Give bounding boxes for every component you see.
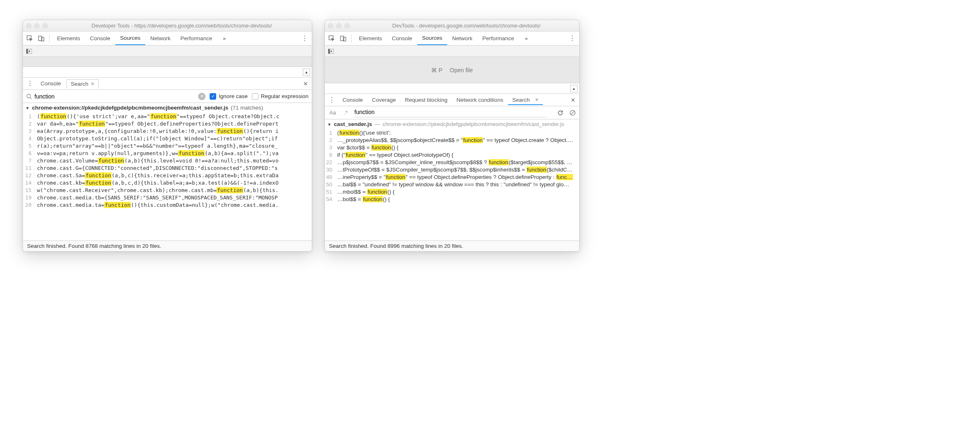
devtools-window-right: DevTools - developers.google.com/web/too… <box>324 20 580 252</box>
tabs-overflow[interactable]: » <box>218 32 231 45</box>
collapse-icon[interactable]: ▲ <box>570 85 578 92</box>
line-text: chrome.cast.kb=function(a,b,c,d){this.la… <box>34 180 279 186</box>
result-line[interactable]: 2…_prototypeAlias$$, $$jscomp$objectCrea… <box>325 136 579 144</box>
status-bar: Search finished. Found 8996 matching lin… <box>325 240 579 251</box>
drawer-kebab-icon[interactable]: ⋮ <box>327 96 337 104</box>
result-line[interactable]: 51…mbol$$ = function() { <box>325 188 579 195</box>
tab-performance[interactable]: Performance <box>176 32 217 45</box>
kebab-menu-icon[interactable]: ⋮ <box>299 34 310 42</box>
traffic-max[interactable] <box>43 23 48 28</box>
line-text: ea(Array.prototype,a,{configurable:!0,wr… <box>34 128 279 134</box>
traffic-lights[interactable] <box>26 23 48 28</box>
result-line[interactable]: 7chrome.cast.Volume=function(a,b){this.l… <box>23 157 312 164</box>
tab-console[interactable]: Console <box>387 32 417 45</box>
show-navigator-icon[interactable] <box>25 47 34 56</box>
drawer-tab-console[interactable]: Console <box>36 79 66 89</box>
drawer-close-icon[interactable]: ✕ <box>569 97 578 103</box>
line-text: (function(){'use strict'; <box>335 130 391 136</box>
result-line[interactable]: 3ea(Array.prototype,a,{configurable:!0,w… <box>23 127 312 135</box>
titlebar[interactable]: Developer Tools - https://developers.goo… <box>23 20 312 32</box>
result-line[interactable]: 19chrome.cast.media.tb={SANS_SERIF:"SANS… <box>23 194 312 201</box>
refresh-icon[interactable] <box>557 110 564 116</box>
disclosure-triangle-icon[interactable]: ▼ <box>327 122 331 127</box>
regex-label: Regular expression <box>261 93 308 99</box>
clear-input-icon[interactable]: ✕ <box>198 93 206 100</box>
regex-icon[interactable]: .* <box>341 110 350 116</box>
inspect-icon[interactable] <box>327 33 337 44</box>
result-line[interactable]: 8if ("function" == typeof Object.setProt… <box>325 151 579 158</box>
result-line[interactable]: 12chrome.cast.Sa=function(a,b,c){this.re… <box>23 172 312 179</box>
result-line[interactable]: 6v=oa:v=pa;return v.apply(null,arguments… <box>23 149 312 157</box>
inspect-icon[interactable] <box>25 33 35 44</box>
tab-sources[interactable]: Sources <box>115 32 146 45</box>
traffic-close[interactable] <box>26 23 31 28</box>
main-tabs: ElementsConsoleSourcesNetworkPerformance… <box>325 32 579 46</box>
result-line[interactable]: 2var da=h,ea="function"==typeof Object.d… <box>23 120 312 127</box>
result-line[interactable]: 14chrome.cast.kb=function(a,b,c,d){this.… <box>23 179 312 186</box>
traffic-max[interactable] <box>345 23 350 28</box>
line-number: 14 <box>23 180 34 186</box>
result-line[interactable]: 5r(a);return"array"==b||"object"==b&&"nu… <box>23 142 312 149</box>
result-line[interactable]: 15w("chrome.cast.Receiver",chrome.cast.k… <box>23 186 312 194</box>
collapse-icon[interactable]: ▲ <box>303 69 310 76</box>
result-line[interactable]: 20chrome.cast.media.ta=function(){this.c… <box>23 201 312 208</box>
traffic-min[interactable] <box>34 23 39 28</box>
result-line[interactable]: 22…p$jscomp$7$$ = $JSCompiler_inline_res… <box>325 158 579 166</box>
result-line[interactable]: 1(function(){'use strict';var e,aa="func… <box>23 112 312 120</box>
tab-network[interactable]: Network <box>447 32 477 45</box>
tab-elements[interactable]: Elements <box>354 32 387 45</box>
result-line[interactable]: 1(function(){'use strict'; <box>325 129 579 136</box>
status-text: Search finished. Found 8768 matching lin… <box>27 243 161 249</box>
show-navigator-icon[interactable] <box>327 47 336 56</box>
result-file-header[interactable]: ▼ chrome-extension://pkedcjkdefgpdelpbcm… <box>23 103 312 112</box>
kebab-menu-icon[interactable]: ⋮ <box>567 34 578 42</box>
search-input[interactable] <box>354 108 546 116</box>
window-title: Developer Tools - https://developers.goo… <box>55 23 308 29</box>
line-number: 1 <box>23 113 34 119</box>
close-tab-icon[interactable]: ✕ <box>535 97 539 103</box>
result-line[interactable]: 4Object.prototype.toString.call(a);if("[… <box>23 135 312 142</box>
tab-sources[interactable]: Sources <box>417 32 448 45</box>
result-file-header[interactable]: ▼ cast_sender.js — chrome-extension://pk… <box>325 119 579 129</box>
regex-checkbox[interactable]: Regular expression <box>252 93 308 100</box>
drawer-kebab-icon[interactable]: ⋮ <box>25 80 35 87</box>
line-number: 12 <box>23 172 34 178</box>
match-case-icon[interactable]: Aa <box>328 110 337 116</box>
tab-console[interactable]: Console <box>85 32 115 45</box>
drawer-tab-search[interactable]: Search ✕ <box>66 79 99 89</box>
drawer-tab-search[interactable]: Search✕ <box>508 95 543 105</box>
result-line[interactable]: 48…ineProperty$$ = "function" == typeof … <box>325 173 579 181</box>
line-number: 54 <box>325 196 335 202</box>
device-icon[interactable] <box>36 33 47 44</box>
close-tab-icon[interactable]: ✕ <box>91 81 94 87</box>
line-number: 4 <box>23 135 34 142</box>
line-text: var $ctor$$ = function() { <box>335 144 398 151</box>
ignore-case-checkbox[interactable]: ✓ Ignore case <box>210 93 248 100</box>
tab-performance[interactable]: Performance <box>477 32 519 45</box>
titlebar[interactable]: DevTools - developers.google.com/web/too… <box>325 20 579 32</box>
result-line[interactable]: 30…tPrototypeOf$$ = $JSCompiler_temp$jsc… <box>325 166 579 173</box>
traffic-lights[interactable] <box>328 23 350 28</box>
divider <box>351 34 352 43</box>
drawer-tab-request-blocking[interactable]: Request blocking <box>400 95 452 105</box>
main-tabs: ElementsConsoleSourcesNetworkPerformance… <box>23 32 312 46</box>
result-match-count: (71 matches) <box>231 105 263 111</box>
result-line[interactable]: 50…bal$$ = "undefined" != typeof window … <box>325 181 579 188</box>
traffic-min[interactable] <box>336 23 341 28</box>
search-input[interactable] <box>34 92 196 101</box>
tab-network[interactable]: Network <box>145 32 176 45</box>
result-line[interactable]: 54…bol$$ = function() { <box>325 195 579 203</box>
traffic-close[interactable] <box>328 23 333 28</box>
tabs-overflow[interactable]: » <box>520 32 533 45</box>
line-number: 6 <box>23 150 34 156</box>
result-line[interactable]: 3var $ctor$$ = function() { <box>325 144 579 151</box>
device-icon[interactable] <box>338 33 349 44</box>
result-line[interactable]: 11chrome.cast.G={CONNECTED:"connected",D… <box>23 164 312 172</box>
disclosure-triangle-icon[interactable]: ▼ <box>25 106 30 110</box>
drawer-tab-network-conditions[interactable]: Network conditions <box>452 95 508 105</box>
drawer-tab-console[interactable]: Console <box>338 95 368 105</box>
drawer-tab-coverage[interactable]: Coverage <box>368 95 401 105</box>
clear-icon[interactable] <box>569 110 576 116</box>
drawer-close-icon[interactable]: ✕ <box>301 80 310 87</box>
tab-elements[interactable]: Elements <box>52 32 85 45</box>
